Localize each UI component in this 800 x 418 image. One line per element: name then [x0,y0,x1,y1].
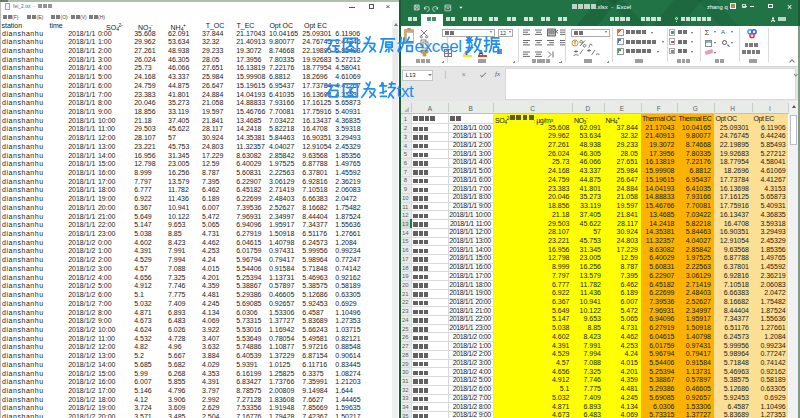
svg-text:txt: txt [397,82,415,101]
svg-text:exceel: exceel [415,37,462,56]
